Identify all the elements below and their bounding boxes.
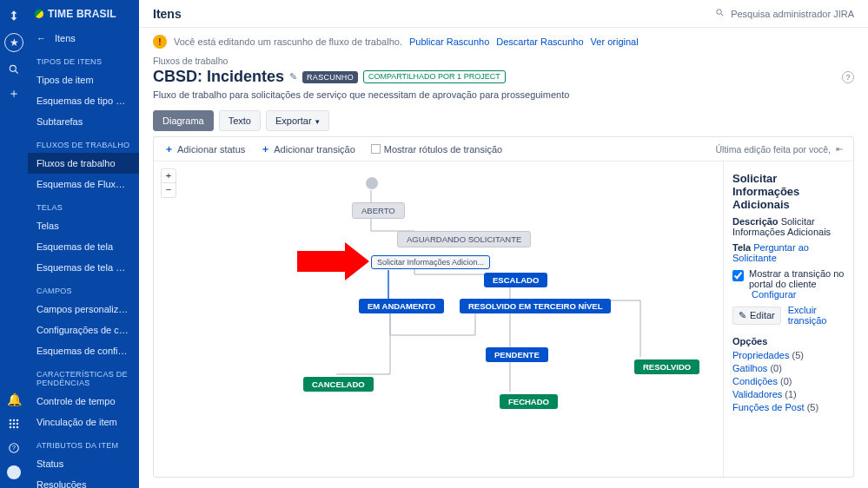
portal-checkbox-label: Mostrar a transição no portal do cliente xyxy=(749,268,844,289)
svg-point-6 xyxy=(13,423,16,425)
panel-title: Solicitar Informações Adicionais xyxy=(732,172,845,211)
avatar-icon[interactable] xyxy=(7,465,21,479)
svg-point-0 xyxy=(10,65,16,71)
search-rail-icon[interactable] xyxy=(7,63,21,76)
breadcrumb[interactable]: Fluxos de trabalho xyxy=(153,56,854,66)
publish-link[interactable]: Publicar Rascunho xyxy=(409,36,489,47)
add-transition-button[interactable]: ＋Adicionar transição xyxy=(261,142,355,155)
sidebar-item[interactable]: Resoluções xyxy=(28,474,139,488)
svg-point-5 xyxy=(10,423,12,425)
show-labels-toggle[interactable]: Mostrar rótulos de transição xyxy=(371,144,502,155)
editor-toolbar: ＋Adicionar status ＋Adicionar transição M… xyxy=(154,137,853,162)
add-transition-label: Adicionar transição xyxy=(274,144,355,155)
svg-point-9 xyxy=(13,426,16,429)
svg-line-14 xyxy=(721,14,723,16)
last-edit-text: Última edição feita por você, xyxy=(716,144,831,155)
sidebar-item[interactable]: Fluxos de trabalho xyxy=(28,153,139,174)
start-node[interactable] xyxy=(366,177,378,189)
view-tabs: Diagrama Texto Exportar▾ xyxy=(153,110,854,131)
page-header-title: Itens xyxy=(153,7,182,21)
draft-badge: RASCUNHO xyxy=(302,71,358,83)
panel-option[interactable]: Funções de Post (5) xyxy=(732,402,845,412)
draft-banner: ! Você está editando um rascunho de flux… xyxy=(139,28,868,56)
node-aguardando[interactable]: AGUARDANDO SOLICITANTE xyxy=(397,231,531,247)
sidebar-item[interactable]: Configurações de ca... xyxy=(28,320,139,340)
svg-text:?: ? xyxy=(12,445,16,451)
help-rail-icon[interactable]: ? xyxy=(7,441,21,455)
sidebar-item[interactable]: Esquemas de configu... xyxy=(28,340,139,361)
tab-export[interactable]: Exportar▾ xyxy=(266,110,329,131)
admin-search[interactable]: Pesquisa administrador JIRA xyxy=(715,8,854,19)
back-button[interactable]: ← Itens xyxy=(28,28,139,49)
sidebar-item[interactable]: Esquemas de tipo de ... xyxy=(28,90,139,111)
sidebar-item[interactable]: Tipos de item xyxy=(28,69,139,90)
panel-option[interactable]: Gatilhos (0) xyxy=(732,363,845,373)
admin-search-label: Pesquisa administrador JIRA xyxy=(731,9,854,19)
app-rail: ★ ＋ 🔔 ? xyxy=(0,0,28,488)
sidebar-item[interactable]: Controle de tempo xyxy=(28,391,139,412)
node-pendente[interactable]: PENDENTE xyxy=(486,347,548,362)
topbar: Itens Pesquisa administrador JIRA xyxy=(139,0,868,28)
sidebar-item[interactable]: Esquemas de Fluxo d... xyxy=(28,174,139,195)
brand: TIME BRASIL xyxy=(28,0,139,28)
search-icon xyxy=(715,9,727,19)
collapse-panel-icon[interactable]: ⇤ xyxy=(836,144,843,154)
node-fechado[interactable]: FECHADO xyxy=(500,394,558,409)
edit-label: Editar xyxy=(750,310,775,320)
banner-text: Você está editando um rascunho de fluxo … xyxy=(174,36,402,47)
page-subtitle: Fluxo de trabalho para solicitações de s… xyxy=(153,89,854,100)
help-icon[interactable]: ? xyxy=(842,71,854,83)
panel-option[interactable]: Condições (0) xyxy=(732,376,845,386)
tab-text[interactable]: Texto xyxy=(219,110,261,131)
sidebar-item[interactable]: Vinculação de item xyxy=(28,412,139,432)
shared-badge[interactable]: COMPARTILHADO POR 1 PROJECT xyxy=(363,70,506,83)
node-resolvido[interactable]: RESOLVIDO xyxy=(634,359,699,374)
sidebar-item[interactable]: Status xyxy=(28,453,139,474)
configure-link[interactable]: Configurar xyxy=(752,289,796,300)
delete-transition-link[interactable]: Excluir transição xyxy=(788,305,845,326)
panel-option[interactable]: Propriedades (5) xyxy=(732,350,845,360)
discard-link[interactable]: Descartar Rascunho xyxy=(496,36,583,47)
view-original-link[interactable]: Ver original xyxy=(591,36,639,47)
portal-checkbox[interactable]: Mostrar a transição no portal do cliente… xyxy=(732,268,845,300)
node-aberto[interactable]: ABERTO xyxy=(352,202,405,219)
sidebar-group-title: ATRIBUTOS DA ITEM xyxy=(28,432,139,453)
warning-icon: ! xyxy=(153,35,167,49)
show-labels-label: Mostrar rótulos de transição xyxy=(384,144,502,155)
svg-point-2 xyxy=(10,419,12,422)
sidebar-group-title: CARACTERÍSTICAS DE PENDÊNCIAS xyxy=(28,361,139,391)
svg-point-4 xyxy=(17,419,19,422)
node-cancelado[interactable]: CANCELADO xyxy=(303,377,374,392)
sidebar-item[interactable]: Esquemas de tela de ... xyxy=(28,257,139,278)
jira-icon[interactable] xyxy=(7,9,21,23)
svg-point-7 xyxy=(17,423,19,425)
transition-solicitar[interactable]: Solicitar Informações Adicion... xyxy=(371,255,490,269)
svg-line-1 xyxy=(16,71,18,74)
options-heading: Opções xyxy=(732,336,845,346)
tab-diagram[interactable]: Diagrama xyxy=(153,110,214,131)
sidebar-item[interactable]: Subtarefas xyxy=(28,111,139,132)
edit-button[interactable]: ✎ Editar xyxy=(732,307,781,325)
create-icon[interactable]: ＋ xyxy=(7,87,21,101)
checkbox-icon xyxy=(371,144,381,154)
node-terceiro[interactable]: RESOLVIDO EM TERCEIRO NÍVEL xyxy=(460,299,611,313)
sidebar-group-title: FLUXOS DE TRABALHO xyxy=(28,132,139,153)
panel-option[interactable]: Validadores (1) xyxy=(732,389,845,399)
page-title: CBSD: Incidentes xyxy=(153,68,284,86)
tab-export-label: Exportar xyxy=(275,115,312,126)
edit-title-icon[interactable]: ✎ xyxy=(289,71,297,82)
portal-checkbox-input[interactable] xyxy=(732,270,744,281)
star-icon[interactable]: ★ xyxy=(4,33,23,52)
apps-icon[interactable] xyxy=(7,417,21,431)
add-status-button[interactable]: ＋Adicionar status xyxy=(164,142,245,155)
notify-icon[interactable]: 🔔 xyxy=(7,392,21,406)
sidebar-item[interactable]: Campos personalizad... xyxy=(28,299,139,320)
sidebar-item[interactable]: Esquemas de tela xyxy=(28,236,139,257)
node-andamento[interactable]: EM ANDAMENTO xyxy=(359,299,444,313)
sidebar: TIME BRASIL ← Itens TIPOS DE ITENSTipos … xyxy=(28,0,139,488)
workflow-canvas[interactable]: + − xyxy=(154,162,723,477)
sidebar-item[interactable]: Telas xyxy=(28,215,139,236)
brand-flag-icon xyxy=(35,10,43,18)
node-escalado[interactable]: ESCALADO xyxy=(484,273,547,287)
svg-point-13 xyxy=(717,10,722,15)
